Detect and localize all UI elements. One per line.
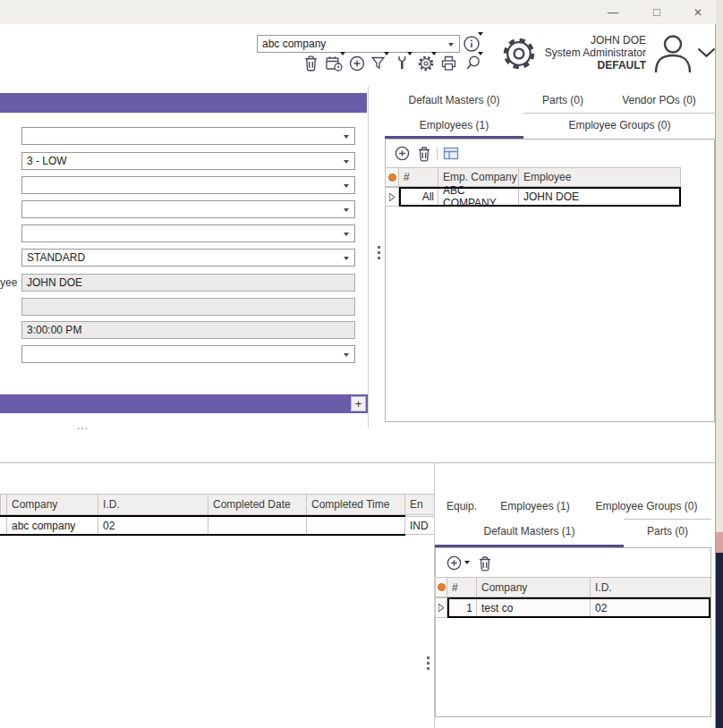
br-cell-id[interactable]: 02 bbox=[591, 599, 709, 616]
default-masters-panel bbox=[435, 547, 711, 717]
combo-arrow-icon[interactable] bbox=[344, 353, 349, 357]
desktop-background-top bbox=[716, 0, 723, 532]
time-field-value: 3:00:00 PM bbox=[27, 324, 81, 336]
settings-caret-icon[interactable] bbox=[431, 52, 437, 55]
settings-small-icon[interactable] bbox=[417, 55, 435, 72]
cell-emp-company[interactable]: ABC COMPANY bbox=[438, 189, 519, 205]
grid-delete-icon[interactable] bbox=[417, 146, 431, 162]
user-profile: DEFAULT bbox=[510, 59, 646, 72]
tab-default-masters-2[interactable]: Default Masters (1) bbox=[435, 520, 624, 543]
field-combo-5[interactable] bbox=[21, 224, 355, 242]
bl-col-company[interactable]: Company bbox=[7, 494, 98, 515]
combo-arrow-icon[interactable] bbox=[344, 208, 349, 212]
bottom-section-divider bbox=[0, 462, 715, 463]
search-tool-caret-icon[interactable] bbox=[478, 52, 483, 55]
user-role: System Administrator bbox=[510, 47, 646, 59]
col-employee[interactable]: Employee bbox=[519, 167, 681, 187]
br-grid-add-icon[interactable] bbox=[446, 554, 463, 571]
bl-cell-completed-date[interactable] bbox=[208, 517, 307, 534]
field-combo-1[interactable] bbox=[21, 127, 355, 145]
search-dropdown-icon[interactable] bbox=[448, 43, 454, 47]
br-col-num[interactable]: # bbox=[447, 577, 477, 597]
avatar-icon[interactable] bbox=[651, 32, 695, 73]
app-window: — □ ✕ abc company bbox=[0, 0, 723, 728]
bl-col-id[interactable]: I.D. bbox=[98, 494, 208, 515]
minimize-icon: — bbox=[608, 6, 618, 19]
print-icon[interactable] bbox=[440, 55, 458, 72]
bl-cell-id[interactable]: 02 bbox=[98, 517, 208, 534]
titlebar: — □ ✕ bbox=[0, 0, 716, 24]
br-cell-company[interactable]: test co bbox=[477, 599, 591, 616]
combo-arrow-icon[interactable] bbox=[344, 160, 349, 164]
default-masters-row[interactable]: 1 test co 02 bbox=[447, 597, 710, 618]
field-combo-3[interactable] bbox=[21, 176, 355, 194]
tab-employees[interactable]: Employees (1) bbox=[385, 114, 523, 137]
tab-employees-2[interactable]: Employees (1) bbox=[489, 493, 582, 519]
delete-icon[interactable] bbox=[303, 55, 319, 72]
employee-label-cut: yee bbox=[0, 276, 16, 289]
br-col-company[interactable]: Company bbox=[477, 577, 591, 597]
bl-col-completed-time[interactable]: Completed Time bbox=[307, 494, 405, 515]
br-add-caret-icon[interactable] bbox=[464, 561, 470, 564]
maximize-button[interactable]: □ bbox=[636, 0, 677, 24]
search-tool-icon[interactable] bbox=[464, 55, 482, 72]
user-chevron-down-icon[interactable] bbox=[697, 47, 716, 58]
combo-arrow-icon[interactable] bbox=[344, 257, 349, 260]
cell-employee[interactable]: JOHN DOE bbox=[519, 189, 679, 205]
tab-default-masters[interactable]: Default Masters (0) bbox=[385, 87, 523, 113]
add-icon[interactable] bbox=[348, 55, 366, 72]
close-button[interactable]: ✕ bbox=[680, 0, 716, 24]
filter-caret-icon[interactable] bbox=[384, 52, 389, 55]
minimize-button[interactable]: — bbox=[592, 0, 634, 24]
toolbar-separator bbox=[437, 147, 438, 160]
bl-cell-en-cut[interactable]: IND bbox=[405, 516, 435, 535]
bottom-right-tabrow-1: Equip. Employees (1) Employee Groups (0) bbox=[435, 493, 711, 519]
field-combo-priority[interactable]: 3 - LOW bbox=[21, 152, 355, 170]
ellipsis-label: ... bbox=[77, 419, 89, 432]
search-input[interactable]: abc company bbox=[257, 35, 460, 53]
bl-cell-completed-time[interactable] bbox=[307, 517, 405, 534]
focused-row-indicator-icon bbox=[388, 174, 396, 182]
bl-cell-company[interactable]: abc company bbox=[7, 517, 98, 534]
grid-add-icon[interactable] bbox=[394, 145, 411, 162]
tab-parts[interactable]: Parts (0) bbox=[523, 87, 602, 113]
calendar-caret-icon[interactable] bbox=[340, 52, 345, 55]
combo-arrow-icon[interactable] bbox=[344, 184, 349, 188]
filter-icon[interactable] bbox=[370, 55, 387, 72]
tab-employee-groups[interactable]: Employee Groups (0) bbox=[523, 114, 716, 137]
info-caret-icon[interactable] bbox=[478, 32, 483, 36]
calendar-clock-icon[interactable] bbox=[325, 55, 344, 72]
close-icon: ✕ bbox=[693, 6, 702, 19]
bottom-right-tabrow-2: Default Masters (1) Parts (0) bbox=[435, 520, 711, 543]
combo-arrow-icon[interactable] bbox=[344, 233, 349, 236]
combo-arrow-icon[interactable] bbox=[344, 135, 349, 139]
info-icon[interactable] bbox=[463, 34, 482, 54]
br-row-arrow-icon bbox=[438, 604, 444, 612]
col-num[interactable]: # bbox=[399, 167, 438, 187]
bl-col-completed-date[interactable]: Completed Date bbox=[208, 494, 307, 515]
tab-employee-groups-2[interactable]: Employee Groups (0) bbox=[582, 493, 711, 519]
wrench-caret-icon[interactable] bbox=[407, 52, 413, 55]
employees-row[interactable]: All ABC COMPANY JOHN DOE bbox=[399, 187, 681, 207]
detail-view-icon[interactable] bbox=[443, 147, 459, 160]
field-combo-4[interactable] bbox=[21, 200, 355, 218]
field-combo-standard[interactable]: STANDARD bbox=[21, 249, 355, 267]
left-panel-border bbox=[368, 86, 369, 427]
field-combo-10[interactable] bbox=[21, 345, 355, 363]
br-cell-num[interactable]: 1 bbox=[449, 599, 477, 616]
readonly-field-2 bbox=[21, 298, 355, 316]
br-grid-delete-icon[interactable] bbox=[478, 555, 492, 571]
employee-field: JOHN DOE bbox=[21, 274, 355, 292]
cell-num[interactable]: All bbox=[401, 189, 438, 205]
tab-vendor-pos[interactable]: Vendor POs (0) bbox=[602, 87, 716, 113]
wrench-icon[interactable] bbox=[395, 55, 410, 71]
top-right-tabrow-2: Employees (1) Employee Groups (0) bbox=[385, 114, 716, 137]
time-field: 3:00:00 PM bbox=[21, 321, 355, 339]
section-add-button[interactable]: + bbox=[351, 396, 366, 411]
tab-parts-2[interactable]: Parts (0) bbox=[624, 520, 711, 543]
br-col-id[interactable]: I.D. bbox=[591, 577, 710, 597]
br-row-indicator bbox=[435, 597, 447, 618]
bottom-left-row[interactable]: abc company 02 bbox=[0, 515, 405, 536]
tab-equip[interactable]: Equip. bbox=[435, 493, 489, 519]
bl-col-en-cut[interactable]: En bbox=[405, 494, 435, 515]
